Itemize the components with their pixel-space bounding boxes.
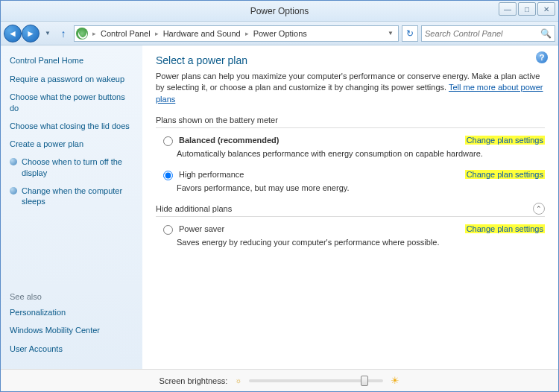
navbar: ◄ ► ▼ ↑ ▸ Control Panel ▸ Hardware and S… [1, 22, 558, 45]
see-also-user-accounts[interactable]: User Accounts [10, 344, 100, 354]
plan-power-saver: Power saver Change plan settings [156, 224, 545, 235]
breadcrumb[interactable]: Power Options [250, 29, 310, 38]
address-bar[interactable]: ▸ Control Panel ▸ Hardware and Sound ▸ P… [74, 25, 399, 42]
sun-dim-icon: ☼ [235, 376, 241, 385]
slider-thumb[interactable] [361, 376, 368, 386]
intro-text: Power plans can help you maximize your c… [156, 71, 545, 105]
sidebar-link-sleep[interactable]: Change when the computer sleeps [10, 186, 133, 207]
chevron-right-icon[interactable]: ▸ [154, 30, 160, 37]
refresh-button[interactable]: ↻ [402, 25, 418, 42]
see-also-personalization[interactable]: Personalization [10, 307, 100, 317]
back-button[interactable]: ◄ [4, 25, 22, 42]
content-area: ? Select a power plan Power plans can he… [142, 45, 558, 369]
plan-name: High performance [179, 170, 244, 179]
search-box[interactable]: 🔍 [421, 25, 555, 42]
collapse-icon[interactable]: ⌃ [533, 203, 545, 215]
sidebar-link-lid[interactable]: Choose what closing the lid does [10, 121, 133, 131]
minimize-button[interactable]: — [499, 2, 517, 16]
history-dropdown-icon[interactable]: ▼ [42, 25, 53, 42]
window-title: Power Options [250, 6, 309, 16]
maximize-button[interactable]: □ [518, 2, 536, 16]
plan-balanced: Balanced (recommended) Change plan setti… [156, 136, 545, 146]
change-plan-settings-link[interactable]: Change plan settings [465, 170, 545, 179]
footer: Screen brightness: ☼ ☀ [1, 369, 558, 391]
address-dropdown-icon[interactable]: ▼ [385, 30, 397, 37]
titlebar: Power Options — □ ✕ [1, 1, 558, 22]
close-button[interactable]: ✕ [537, 2, 555, 16]
brightness-slider[interactable] [249, 379, 383, 382]
plan-name: Power saver [179, 224, 224, 233]
chevron-right-icon[interactable]: ▸ [91, 30, 98, 37]
sun-bright-icon: ☀ [391, 375, 399, 386]
plan-high-performance: High performance Change plan settings [156, 170, 545, 180]
brightness-label: Screen brightness: [160, 376, 228, 385]
window-controls: — □ ✕ [499, 2, 555, 16]
section-battery-plans: Plans shown on the battery meter [156, 116, 545, 128]
page-title: Select a power plan [156, 54, 545, 66]
sidebar-link-power-buttons[interactable]: Choose what the power buttons do [10, 92, 133, 113]
chevron-right-icon[interactable]: ▸ [244, 30, 250, 37]
forward-button[interactable]: ► [22, 25, 40, 42]
plan-radio-high-perf[interactable] [163, 171, 173, 180]
help-icon[interactable]: ? [536, 51, 548, 63]
sidebar-link-display-off[interactable]: Choose when to turn off the display [10, 157, 133, 178]
up-button[interactable]: ↑ [56, 26, 71, 41]
change-plan-settings-link[interactable]: Change plan settings [465, 136, 545, 145]
breadcrumb[interactable]: Hardware and Sound [160, 29, 244, 38]
sidebar: Control Panel Home Require a password on… [1, 45, 142, 369]
see-also-mobility[interactable]: Windows Mobility Center [10, 325, 100, 335]
plan-radio-power-saver[interactable] [163, 225, 173, 235]
plan-desc: Automatically balances performance with … [156, 149, 545, 158]
section-hide-additional[interactable]: Hide additional plans ⌃ [156, 204, 545, 217]
plan-radio-balanced[interactable] [163, 136, 173, 146]
plan-desc: Saves energy by reducing your computer's… [156, 238, 545, 247]
plan-desc: Favors performance, but may use more ene… [156, 183, 545, 192]
sidebar-link-password[interactable]: Require a password on wakeup [10, 74, 133, 84]
plan-name: Balanced (recommended) [179, 136, 279, 145]
breadcrumb[interactable]: Control Panel [98, 29, 154, 38]
sidebar-link-create-plan[interactable]: Create a power plan [10, 139, 133, 149]
see-also-title: See also [10, 292, 100, 301]
sidebar-home[interactable]: Control Panel Home [10, 56, 133, 65]
search-input[interactable] [425, 29, 540, 38]
power-options-icon [76, 28, 88, 39]
search-icon[interactable]: 🔍 [540, 28, 552, 39]
change-plan-settings-link[interactable]: Change plan settings [465, 224, 545, 233]
bullet-icon [10, 187, 17, 195]
bullet-icon [10, 158, 17, 165]
